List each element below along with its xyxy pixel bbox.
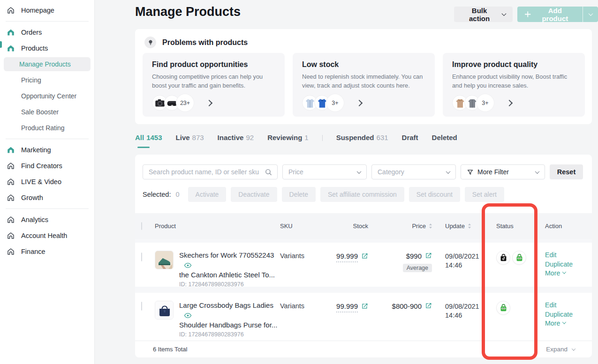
sidebar-item-label: Analytics [21, 216, 48, 223]
tab-reviewing[interactable]: Reviewing1 [267, 134, 309, 148]
sidebar-item-label: Growth [21, 194, 43, 201]
reset-button[interactable]: Reset [550, 164, 583, 179]
category-filter-dropdown[interactable]: Category [371, 164, 456, 179]
card-title: Low stock [302, 60, 425, 69]
sort-icon[interactable] [429, 223, 432, 229]
card-thumbnails: 23+ [152, 94, 275, 111]
table-footer: 6 Items Total Expand [135, 341, 592, 357]
product-name-line1[interactable]: Skechers for Work 770552243 [179, 251, 274, 259]
card-description: Need to replenish stock immediately. You… [302, 72, 426, 90]
sidebar-item-product-rating[interactable]: Product Rating [0, 120, 94, 136]
sidebar-item-finance[interactable]: Finance [0, 244, 94, 260]
sort-icon[interactable] [468, 223, 471, 229]
tab-count: 1 [304, 134, 308, 141]
column-price[interactable]: Price [374, 223, 440, 230]
table-row: Large Crossbody Bags Ladies Shoulder Han… [135, 293, 592, 334]
row-checkbox[interactable] [141, 253, 142, 261]
tab-label: Draft [402, 134, 418, 141]
status-cell [492, 243, 544, 265]
column-update[interactable]: Update [440, 223, 492, 230]
duplicate-link[interactable]: Duplicate [545, 260, 573, 269]
card-find-product-opportunities[interactable]: Find product opportunities Choosing comp… [143, 53, 285, 117]
sidebar-item-marketing[interactable]: Marketing [0, 142, 94, 158]
sidebar-item-label: Products [21, 45, 48, 52]
expand-toggle[interactable]: Expand [546, 346, 575, 353]
add-product-button[interactable]: Add product [517, 7, 583, 22]
duplicate-link[interactable]: Duplicate [545, 310, 573, 319]
sidebar-item-live-video[interactable]: LIVE & Video [0, 174, 94, 190]
edit-price-icon[interactable] [425, 252, 432, 260]
row-checkbox[interactable] [141, 302, 142, 311]
house-icon [7, 178, 15, 186]
chevron-down-icon [562, 320, 566, 324]
edit-price-icon[interactable] [425, 302, 432, 311]
update-time: 14:46 [445, 311, 492, 320]
product-name-line2[interactable]: the Cankton Athletic Steel To... [179, 270, 280, 280]
stock-value[interactable]: 99.999 [336, 302, 358, 312]
stock-cell: 99.999 [348, 293, 374, 312]
chevron-right-icon[interactable] [507, 99, 512, 107]
chevron-right-icon[interactable] [357, 99, 362, 107]
preview-eye-icon[interactable] [184, 312, 192, 321]
product-id: ID: 17284678980283976 [179, 331, 280, 338]
more-filter-dropdown[interactable]: More Filter [461, 164, 545, 179]
house-icon [7, 193, 15, 202]
sidebar-item-pricing[interactable]: Pricing [0, 72, 94, 88]
product-name-line2[interactable]: Shoulder Handbags Purse for... [179, 320, 280, 330]
search-input[interactable] [149, 168, 265, 176]
sidebar-item-products[interactable]: Products [0, 40, 94, 56]
sidebar-item-find-creators[interactable]: Find Creators [0, 158, 94, 174]
deactivate-button[interactable]: Deactivate [231, 187, 277, 202]
tab-draft[interactable]: Draft [402, 134, 418, 148]
chevron-down-icon [502, 11, 507, 16]
column-stock: Stock [348, 223, 374, 230]
select-all-checkbox[interactable] [141, 222, 142, 230]
tab-live[interactable]: Live873 [176, 134, 204, 148]
price-filter-dropdown[interactable]: Price [282, 164, 367, 179]
more-count-badge: 3+ [477, 94, 494, 111]
set-discount-button[interactable]: Set discount [409, 187, 460, 202]
more-link[interactable]: More [545, 269, 566, 278]
sidebar-item-label: Homepage [21, 7, 54, 14]
activate-button[interactable]: Activate [188, 187, 227, 202]
edit-stock-icon[interactable] [361, 303, 368, 312]
card-improve-product-quality[interactable]: Improve product quality Enhance product … [443, 53, 585, 117]
house-icon [7, 44, 15, 52]
stock-value[interactable]: 99.999 [336, 252, 358, 262]
chevron-down-icon [357, 169, 362, 174]
house-icon [7, 6, 15, 15]
sidebar-item-opportunity-center[interactable]: Opportunity Center [0, 88, 94, 104]
more-link[interactable]: More [545, 319, 566, 328]
product-name-line1[interactable]: Large Crossbody Bags Ladies [179, 301, 273, 309]
tab-count: 1453 [146, 134, 162, 141]
add-product-dropdown-button[interactable] [583, 7, 598, 22]
set-alert-button[interactable]: Set alert [465, 187, 504, 202]
house-icon [7, 215, 15, 224]
edit-stock-icon[interactable] [361, 253, 368, 261]
delete-button[interactable]: Delete [282, 187, 316, 202]
tab-label: All [135, 134, 144, 141]
edit-link[interactable]: Edit [545, 251, 556, 260]
sidebar-item-account-health[interactable]: Account Health [0, 228, 94, 244]
chevron-right-icon[interactable] [207, 99, 212, 107]
tab-deleted[interactable]: Deleted [432, 134, 457, 148]
sidebar-item-manage-products[interactable]: Manage Products [4, 57, 91, 71]
tab-suspended[interactable]: Suspended631 [336, 134, 388, 148]
card-low-stock[interactable]: Low stock Need to replenish stock immedi… [293, 53, 435, 117]
sidebar-item-sale-booster[interactable]: Sale Booster [0, 104, 94, 120]
tab-all[interactable]: All1453 [135, 134, 162, 148]
column-sku: SKU [280, 223, 348, 230]
set-affiliate-commission-button[interactable]: Set affiliate commission [320, 187, 404, 202]
add-product-label: Add product [535, 7, 575, 22]
sidebar-item-homepage[interactable]: Homepage [0, 2, 94, 18]
action-cell: Edit Duplicate More [544, 293, 592, 328]
bulk-action-button[interactable]: Bulk action [454, 7, 513, 22]
edit-link[interactable]: Edit [545, 301, 556, 310]
search-icon[interactable] [265, 168, 273, 176]
sidebar-item-orders[interactable]: Orders [0, 24, 94, 40]
card-title: Improve product quality [452, 60, 575, 69]
sidebar-item-growth[interactable]: Growth [0, 190, 94, 206]
preview-eye-icon[interactable] [184, 261, 192, 271]
tab-inactive[interactable]: Inactive92 [218, 134, 254, 148]
sidebar-item-analytics[interactable]: Analytics [0, 212, 94, 228]
